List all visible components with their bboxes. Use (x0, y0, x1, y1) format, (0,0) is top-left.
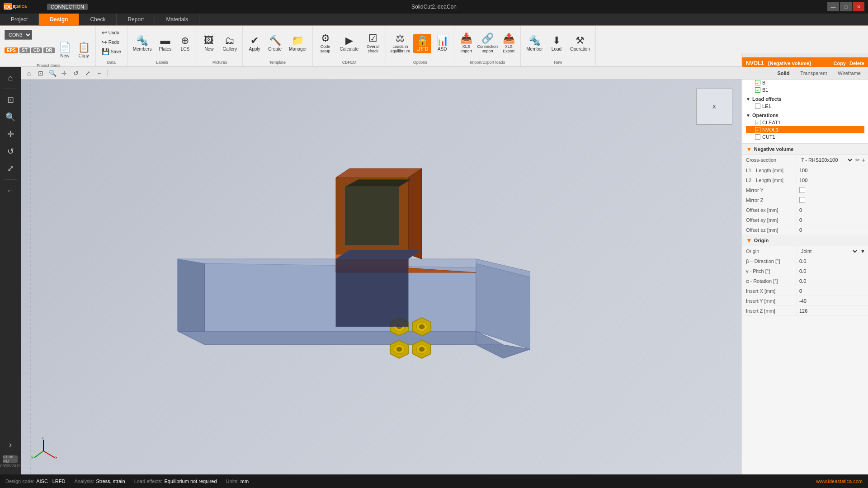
tree-item-CUT1[interactable]: CUT1 (746, 133, 864, 141)
cross-section-add-icon[interactable]: + (862, 156, 865, 164)
sidebar-pan-button[interactable]: ✛ (2, 126, 19, 142)
l2-input[interactable]: 100 (799, 178, 865, 183)
new-operation-button[interactable]: ⚒ Operation (567, 34, 593, 53)
tree-item-CUT1-check[interactable] (755, 134, 760, 140)
l1-input[interactable]: 100 (799, 168, 865, 173)
cd-button[interactable]: CD (31, 47, 42, 53)
prop-gamma-value[interactable]: 0.0 (797, 267, 868, 275)
code-setup-button[interactable]: ⚙ Code setup (316, 32, 335, 55)
overall-check-button[interactable]: ☑ Overall check (363, 32, 383, 55)
alpha-input[interactable]: 0.0 (799, 278, 865, 284)
prop-insert-z-value[interactable]: 126 (797, 307, 868, 315)
sidebar-rotate-button[interactable]: ↺ (2, 143, 19, 160)
prop-mirror-y-value[interactable] (797, 186, 868, 194)
eps-button[interactable]: EPS (5, 47, 18, 53)
main-viewport[interactable]: X X Y Z (21, 80, 741, 474)
xls-export-button[interactable]: 📤 XLS Export (500, 32, 518, 55)
undo-button[interactable]: ↩ Undo (99, 28, 122, 37)
close-button[interactable]: ✕ (853, 2, 864, 11)
prop-offset-ex-value[interactable]: 0 (797, 206, 868, 214)
tree-section-operations-header[interactable]: ▼ Operations (746, 112, 864, 119)
beta-input[interactable]: 0.0 (799, 258, 865, 264)
prop-section-origin[interactable]: ▼ Origin (742, 235, 868, 246)
sidebar-collapse-button[interactable]: › (2, 436, 19, 453)
prop-offset-ez-value[interactable]: 0 (797, 226, 868, 234)
plates-button[interactable]: ▬ Plates (156, 34, 174, 53)
cross-section-edit-icon[interactable]: ✏ (855, 157, 860, 163)
manager-button[interactable]: 📁 Manager (286, 34, 309, 53)
tree-section-load-effects-header[interactable]: ▼ Load effects (746, 95, 864, 103)
offset-ey-input[interactable]: 0 (799, 217, 865, 223)
insert-x-input[interactable]: 0 (799, 288, 865, 294)
panel-delete-button[interactable]: Delete (849, 61, 864, 66)
dr-button[interactable]: DR (43, 47, 54, 53)
tab-project[interactable]: Project (0, 14, 39, 25)
prop-insert-y-value[interactable]: -40 (797, 297, 868, 305)
prop-cross-section-value[interactable]: 7 - RHS100x100 ✏ + (797, 155, 868, 165)
new-load-button[interactable]: ⬇ Load (547, 34, 566, 53)
vt-home-button[interactable]: ⌂ (24, 68, 34, 78)
wireframe-view-button[interactable]: Wireframe (833, 70, 865, 77)
insert-z-input[interactable]: 126 (799, 308, 865, 314)
vt-rotate-button[interactable]: ↺ (71, 68, 81, 78)
prop-beta-value[interactable]: 0.0 (797, 257, 868, 265)
copy-connection-button[interactable]: 📋 Copy (75, 41, 93, 60)
prop-offset-ey-value[interactable]: 0 (797, 216, 868, 224)
origin-select[interactable]: Joint (799, 248, 859, 254)
tree-item-B1-check[interactable]: ✓ (755, 87, 760, 93)
tab-design[interactable]: Design (39, 14, 79, 25)
vt-zoom-region-button[interactable]: ⊡ (35, 68, 46, 78)
transparent-view-button[interactable]: Transparent (796, 70, 831, 77)
prop-insert-x-value[interactable]: 0 (797, 287, 868, 295)
vt-fullscreen-button[interactable]: ⤢ (82, 68, 93, 78)
loads-equilibrium-button[interactable]: ⚖ Loads in equilibrium (389, 32, 411, 55)
gamma-input[interactable]: 0.0 (799, 268, 865, 274)
st-button[interactable]: ST (19, 47, 30, 53)
sidebar-fullscreen-button[interactable]: ⤢ (2, 160, 19, 177)
mirror-z-checkbox[interactable] (799, 197, 805, 203)
prop-origin-value[interactable]: Joint ▼ (797, 247, 868, 256)
members-button[interactable]: 🔩 Members (130, 34, 155, 53)
new-member-button[interactable]: 🔩 Member (524, 34, 546, 53)
maximize-button[interactable]: □ (840, 2, 852, 11)
xls-import-button[interactable]: 📥 XLS Import (457, 32, 475, 55)
calculate-button[interactable]: ▶ Calculate (337, 34, 362, 53)
mirror-y-checkbox[interactable] (799, 187, 805, 193)
vt-pan-button[interactable]: ✛ (59, 68, 70, 78)
offset-ez-input[interactable]: 0 (799, 227, 865, 233)
tab-materials[interactable]: Materials (155, 14, 199, 25)
prop-alpha-value[interactable]: 0.0 (797, 277, 868, 285)
gallery-button[interactable]: 🗂 Gallery (220, 34, 240, 53)
solid-view-button[interactable]: Solid (773, 70, 794, 77)
website-link[interactable]: www.ideastatica.com (816, 479, 863, 484)
sidebar-home-button[interactable]: ⌂ (2, 70, 19, 86)
new-connection-button[interactable]: 📄 New (56, 41, 74, 60)
tree-item-NVOL1-check[interactable]: ✓ (755, 127, 760, 132)
vt-back-button[interactable]: ← (94, 68, 105, 78)
tree-item-B1[interactable]: ✓ B1 (746, 86, 864, 94)
prop-mirror-z-value[interactable] (797, 196, 868, 204)
save-button[interactable]: 💾 Save (99, 47, 123, 56)
tree-item-NVOL1[interactable]: ✓ NVOL1 (746, 126, 864, 133)
connection-import-button[interactable]: 🔗 Connection Import (477, 32, 498, 55)
prop-l2-value[interactable]: 100 (797, 176, 868, 184)
redo-button[interactable]: ↪ Redo (99, 38, 122, 47)
window-controls[interactable]: — □ ✕ (827, 2, 864, 11)
sidebar-back-button[interactable]: ← (2, 183, 19, 199)
sidebar-zoom-fit-button[interactable]: ⊡ (2, 92, 19, 108)
prop-section-negative-volume[interactable]: ▼ Negative volume (742, 144, 868, 155)
create-button[interactable]: 🔨 Create (265, 34, 284, 53)
tab-report[interactable]: Report (117, 14, 155, 25)
minimize-button[interactable]: — (827, 2, 839, 11)
cross-section-select[interactable]: 7 - RHS100x100 (799, 157, 854, 163)
tree-item-CLEAT1-check[interactable]: ✓ (755, 120, 760, 125)
tree-item-LE1[interactable]: LE1 (746, 103, 864, 110)
tree-item-CLEAT1[interactable]: ✓ CLEAT1 (746, 119, 864, 126)
lcs-button[interactable]: ⊕ LCS (176, 34, 194, 53)
asd-button[interactable]: 📊 ASD (433, 34, 451, 53)
tree-item-B-check[interactable]: ✓ (755, 80, 760, 85)
prop-l1-value[interactable]: 100 (797, 166, 868, 174)
apply-button[interactable]: ✔ Apply (245, 34, 264, 53)
new-picture-button[interactable]: 🖼 New (200, 34, 218, 53)
sidebar-zoom-button[interactable]: 🔍 (2, 109, 19, 125)
